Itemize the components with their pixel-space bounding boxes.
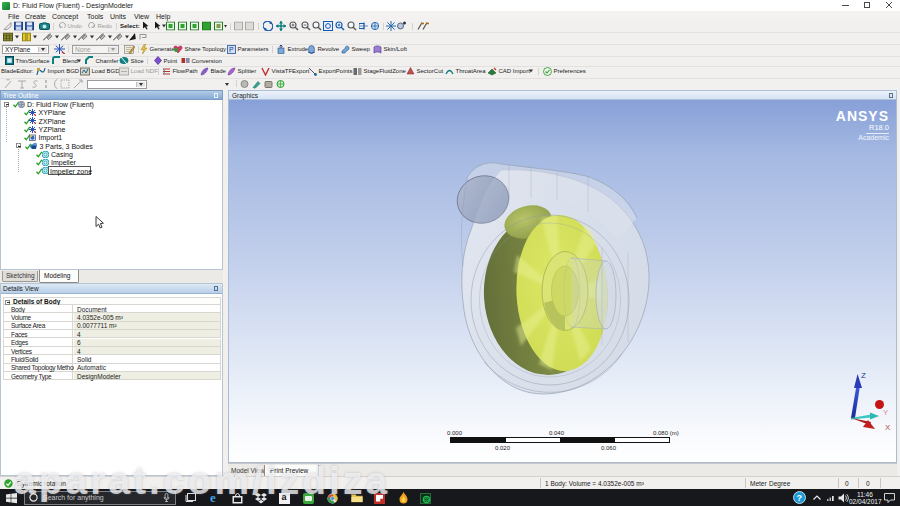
svg-text:X: X: [885, 423, 891, 432]
svg-text:Y: Y: [883, 408, 889, 417]
svg-text:?: ?: [797, 493, 803, 503]
svg-text:Z: Z: [861, 371, 866, 380]
svg-text:P: P: [229, 46, 234, 53]
